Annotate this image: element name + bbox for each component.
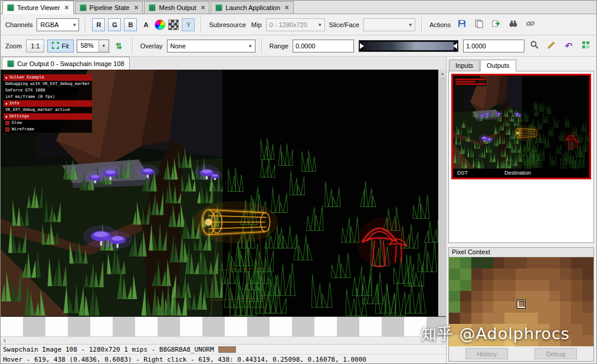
resource-pane: Inputs Outputs DST Destination Pixel Con…: [447, 57, 596, 364]
chevron-down-icon: ▾: [247, 43, 254, 49]
blue-channel-button[interactable]: B: [124, 18, 137, 31]
mip-select[interactable]: 0 - 1280x720 ▾: [266, 18, 325, 31]
debug-button[interactable]: Debug: [534, 348, 577, 359]
texture-viewer-pane: Cur Output 0 - Swapchain Image 108 ▼Vulk…: [1, 57, 447, 364]
flip-y-button[interactable]: ⇅: [112, 39, 126, 53]
range-max-input[interactable]: [463, 40, 524, 53]
texture-out-of-bounds-background: [1, 316, 446, 336]
zoom-label: Zoom: [5, 42, 22, 50]
mip-label: Mip: [251, 21, 262, 28]
tab-mesh-output[interactable]: Mesh Output ×: [144, 1, 209, 14]
tab-label: Launch Application: [225, 4, 280, 11]
texture-viewport[interactable]: ▼Vulkan Example Debugging with VK_EXT_de…: [1, 70, 446, 316]
separator: [421, 17, 422, 32]
thumbnail-slot-label: DST: [457, 170, 468, 176]
mesh-output-icon: [149, 4, 156, 11]
range-slider[interactable]: [359, 40, 458, 52]
texture-status-text: Swapchain Image 108 - 1280x720 1 mips - …: [3, 346, 214, 353]
range-slider-fill: [363, 42, 454, 50]
separator: [85, 17, 86, 32]
triangle-down-icon: ▼: [5, 113, 8, 120]
pixel-context-canvas[interactable]: [449, 257, 593, 346]
thumbnail-scene: [453, 76, 589, 169]
close-icon[interactable]: ×: [201, 5, 205, 11]
zoom-1-1-button[interactable]: 1:1: [26, 40, 44, 53]
tab-label: Pipeline State: [90, 4, 130, 11]
scroll-left-icon[interactable]: ‹: [1, 337, 9, 343]
close-icon[interactable]: ×: [285, 5, 289, 11]
range-min-input[interactable]: [293, 40, 354, 53]
close-icon[interactable]: ×: [134, 5, 138, 11]
tab-label: Texture Viewer: [17, 4, 60, 11]
overlay-label: Overlay: [140, 42, 163, 50]
separator: [261, 38, 263, 54]
zoom-toolbar: Zoom 1:1 Fit 58% ▾ ⇅ Overlay None ▾ Rang…: [1, 35, 596, 57]
tab-label: Mesh Output: [159, 4, 196, 11]
save-icon: [457, 19, 467, 30]
chevron-down-icon: ▾: [407, 22, 414, 28]
chevron-down-icon: ▾: [317, 22, 323, 28]
find-texture-button[interactable]: [506, 18, 520, 32]
slice-face-select[interactable]: ▾: [363, 18, 415, 31]
range-min-marker[interactable]: [360, 43, 364, 49]
tab-cur-output[interactable]: Cur Output 0 - Swapchain Image 108: [2, 57, 130, 70]
copy-button[interactable]: [472, 18, 486, 32]
pixel-context-buttons: History Debug: [449, 346, 593, 361]
save-texture-button[interactable]: [455, 18, 469, 32]
channels-label: Channels: [5, 21, 32, 28]
vertical-scrollbar[interactable]: ▲: [438, 70, 446, 316]
close-icon[interactable]: ×: [65, 5, 69, 11]
link-icon: [526, 19, 535, 30]
chevron-down-icon: ▾: [71, 22, 78, 28]
tab-launch-application[interactable]: Launch Application ×: [211, 1, 293, 14]
separator: [132, 38, 133, 54]
thumbnail-labels: DST Destination: [453, 169, 589, 178]
zoom-combo[interactable]: 58% ▾: [77, 40, 109, 53]
scene-debug-overlay: ▼Vulkan Example Debugging with VK_EXT_de…: [4, 74, 92, 133]
luma-channel-button[interactable]: Y: [182, 18, 195, 31]
thumbnail-debug-overlay: [455, 77, 487, 86]
tab-texture-viewer[interactable]: Texture Viewer ×: [2, 1, 74, 14]
actions-label: Actions: [429, 21, 451, 28]
pixel-context-panel: Pixel Context History Debug: [448, 247, 594, 362]
tab-pipeline-state[interactable]: Pipeline State ×: [75, 1, 143, 14]
alpha-channel-button[interactable]: A: [140, 18, 152, 31]
launch-application-icon: [215, 4, 222, 11]
red-channel-button[interactable]: R: [92, 18, 105, 31]
wireframe-checkbox: [5, 127, 9, 132]
separator: [201, 17, 202, 32]
magnifier-icon: [530, 40, 539, 51]
pixel-color-swatch: [218, 346, 236, 353]
pipeline-state-icon: [80, 4, 87, 11]
history-button[interactable]: History: [465, 348, 508, 359]
histogram-button[interactable]: [579, 39, 593, 53]
range-label: Range: [270, 42, 288, 50]
output-thumbnail[interactable]: DST Destination: [451, 74, 591, 179]
outputs-panel: DST Destination: [448, 71, 594, 244]
green-channel-button[interactable]: G: [108, 18, 121, 31]
checkerboard-background-icon[interactable]: [168, 19, 179, 30]
color-wheel-icon[interactable]: [155, 19, 165, 30]
range-max-marker[interactable]: [453, 43, 457, 49]
zoom-range-button[interactable]: [527, 39, 542, 53]
resource-link-button[interactable]: [523, 18, 537, 32]
overlay-select[interactable]: None ▾: [167, 40, 255, 53]
thumbnail-name-label: Destination: [504, 170, 531, 176]
binoculars-icon: [509, 19, 518, 30]
tab-outputs[interactable]: Outputs: [480, 60, 516, 71]
channels-select[interactable]: RGBA ▾: [37, 18, 79, 31]
pen-icon: [547, 40, 556, 51]
goto-arrow-icon: [491, 19, 501, 30]
scroll-up-icon[interactable]: ▲: [439, 70, 446, 77]
horizontal-scrollbar[interactable]: ‹: [1, 336, 446, 344]
grid-icon: [581, 40, 591, 51]
tab-inputs[interactable]: Inputs: [449, 60, 480, 71]
open-texture-list-button[interactable]: [489, 18, 503, 32]
reset-range-button[interactable]: ↶: [562, 39, 576, 53]
chevron-down-icon[interactable]: ▾: [99, 40, 109, 52]
vertical-scrollbar-thumb[interactable]: [439, 78, 445, 316]
autofit-range-button[interactable]: [544, 39, 559, 53]
viewer-doc-tabs: Cur Output 0 - Swapchain Image 108: [1, 57, 446, 70]
fit-icon: [52, 42, 59, 50]
fit-button[interactable]: Fit: [47, 40, 73, 53]
